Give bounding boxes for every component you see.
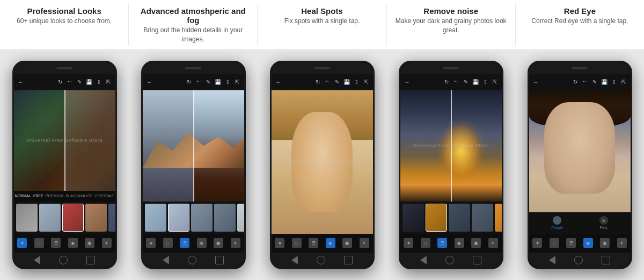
nav-back-3[interactable] bbox=[291, 256, 298, 264]
adjust-icon-5[interactable]: ☰ bbox=[566, 238, 576, 248]
filter-thumb-memory[interactable] bbox=[85, 204, 107, 232]
redeye-people[interactable]: ◉ People bbox=[551, 216, 563, 229]
redeye-pets[interactable]: ◈ Pets bbox=[599, 216, 608, 229]
nav-recent-1[interactable] bbox=[86, 256, 95, 264]
crop-icon-4[interactable]: □ bbox=[421, 238, 430, 248]
expand-icon-2[interactable]: ⇱ bbox=[233, 78, 241, 86]
eye-icon-1[interactable]: ◉ bbox=[68, 238, 78, 248]
more-icon-5[interactable]: ✦ bbox=[617, 238, 627, 248]
filter-thumb-4a[interactable] bbox=[402, 204, 424, 232]
share-icon-3[interactable]: ⇧ bbox=[353, 78, 360, 86]
edit-icon-2[interactable]: ✎ bbox=[204, 78, 212, 86]
more-icon-4[interactable]: ✦ bbox=[488, 238, 498, 248]
back-icon-1[interactable]: ← bbox=[17, 78, 25, 86]
undo-icon-4[interactable]: ↻ bbox=[443, 78, 450, 86]
heal-icon-3[interactable]: ◉ bbox=[326, 238, 335, 248]
adjust-icon-4[interactable]: ☰ bbox=[437, 238, 447, 248]
looks-icon-1[interactable]: ★ bbox=[17, 238, 27, 248]
share-icon-1[interactable]: ⇧ bbox=[95, 78, 103, 86]
redo-icon-5[interactable]: ↼ bbox=[581, 78, 589, 86]
filter-thumb-reducecolo[interactable] bbox=[214, 204, 236, 232]
filter-thumb-carmine[interactable] bbox=[62, 204, 84, 232]
eye-icon-4[interactable]: ◉ bbox=[455, 238, 464, 248]
filter-cat-bw[interactable]: BLACK&WHITE bbox=[65, 194, 92, 198]
share-icon-4[interactable]: ⇧ bbox=[481, 78, 489, 86]
looks-icon-5[interactable]: ★ bbox=[532, 238, 542, 248]
crop-icon-3[interactable]: □ bbox=[292, 238, 302, 248]
filter-cat-free[interactable]: FREE bbox=[33, 194, 43, 198]
back-icon-5[interactable]: ← bbox=[532, 78, 540, 86]
redeye-icon-5[interactable]: ◉ bbox=[583, 238, 593, 248]
expand-icon-4[interactable]: ⇱ bbox=[491, 78, 499, 86]
edit-icon-4[interactable]: ✎ bbox=[462, 78, 470, 86]
adjust-icon-1[interactable]: ☰ bbox=[51, 238, 61, 248]
share-icon-2[interactable]: ⇧ bbox=[224, 78, 231, 86]
nav-home-3[interactable] bbox=[317, 256, 325, 264]
adjust-icon-2[interactable]: ☰ bbox=[180, 238, 189, 248]
nav-home-5[interactable] bbox=[574, 256, 583, 264]
crop-icon-5[interactable]: □ bbox=[550, 238, 559, 248]
eye-icon-2[interactable]: ◉ bbox=[197, 238, 207, 248]
back-icon-4[interactable]: ← bbox=[404, 78, 411, 86]
layers-icon-2[interactable]: ▣ bbox=[214, 238, 223, 248]
filter-thumb-4e[interactable] bbox=[495, 204, 502, 232]
nav-home-1[interactable] bbox=[59, 256, 68, 264]
looks-icon-4[interactable]: ★ bbox=[404, 238, 413, 248]
filter-cat-portrait[interactable]: PORTRAIT bbox=[95, 194, 114, 198]
filter-thumb-4c[interactable] bbox=[449, 204, 470, 232]
adjust-icon-3[interactable]: ☰ bbox=[309, 238, 318, 248]
filter-thumb-defog[interactable] bbox=[237, 204, 244, 232]
layers-icon-3[interactable]: ▣ bbox=[342, 238, 352, 248]
back-icon-2[interactable]: ← bbox=[146, 78, 153, 86]
redo-icon-4[interactable]: ↼ bbox=[452, 78, 460, 86]
filter-thumb-bw[interactable] bbox=[16, 204, 38, 232]
filter-thumb-tvgrab[interactable] bbox=[108, 204, 115, 232]
expand-icon-5[interactable]: ⇱ bbox=[620, 78, 627, 86]
back-icon-3[interactable]: ← bbox=[275, 78, 282, 86]
undo-icon-3[interactable]: ↻ bbox=[314, 78, 321, 86]
undo-icon-5[interactable]: ↻ bbox=[572, 78, 579, 86]
looks-icon-2[interactable]: ★ bbox=[146, 238, 156, 248]
nav-back-4[interactable] bbox=[420, 256, 427, 264]
share-icon-5[interactable]: ⇧ bbox=[610, 78, 618, 86]
undo-icon-2[interactable]: ↻ bbox=[185, 78, 193, 86]
save-icon-3[interactable]: 💾 bbox=[343, 78, 350, 86]
more-icon-1[interactable]: ✦ bbox=[102, 238, 112, 248]
more-icon-2[interactable]: ✦ bbox=[231, 238, 240, 248]
save-icon-5[interactable]: 💾 bbox=[601, 78, 608, 86]
filter-cat-normal[interactable]: NORMAL bbox=[15, 194, 31, 198]
nav-recent-4[interactable] bbox=[473, 256, 481, 264]
nav-back-1[interactable] bbox=[34, 256, 40, 264]
redo-icon-3[interactable]: ↼ bbox=[324, 78, 331, 86]
redo-icon-2[interactable]: ↼ bbox=[195, 78, 202, 86]
expand-icon-3[interactable]: ⇱ bbox=[362, 78, 370, 86]
nav-recent-2[interactable] bbox=[215, 256, 224, 264]
redo-icon-1[interactable]: ↼ bbox=[66, 78, 74, 86]
undo-icon-1[interactable]: ↻ bbox=[56, 78, 64, 86]
nav-recent-5[interactable] bbox=[602, 256, 610, 264]
save-icon-1[interactable]: 💾 bbox=[85, 78, 93, 86]
crop-icon-2[interactable]: □ bbox=[163, 238, 173, 248]
filter-cat-premium[interactable]: PREMIUM bbox=[46, 194, 63, 198]
nav-home-4[interactable] bbox=[445, 256, 454, 264]
filter-thumb-reducelumi[interactable] bbox=[191, 204, 213, 232]
save-icon-4[interactable]: 💾 bbox=[472, 78, 479, 86]
filter-thumb-4b[interactable] bbox=[426, 204, 447, 232]
nav-back-5[interactable] bbox=[549, 256, 555, 264]
layers-icon-4[interactable]: ▣ bbox=[471, 238, 481, 248]
expand-icon-1[interactable]: ⇱ bbox=[105, 78, 112, 86]
nav-home-2[interactable] bbox=[188, 256, 196, 264]
filter-thumb-sharpen[interactable] bbox=[168, 204, 189, 232]
edit-icon-1[interactable]: ✎ bbox=[76, 78, 83, 86]
crop-icon-1[interactable]: □ bbox=[34, 238, 44, 248]
filter-thumb-4d[interactable] bbox=[472, 204, 493, 232]
looks-icon-3[interactable]: ★ bbox=[275, 238, 284, 248]
nav-back-2[interactable] bbox=[163, 256, 169, 264]
more-icon-3[interactable]: ✦ bbox=[360, 238, 369, 248]
edit-icon-5[interactable]: ✎ bbox=[591, 78, 598, 86]
filter-thumb-clarity[interactable] bbox=[145, 204, 166, 232]
layers-icon-5[interactable]: ▣ bbox=[600, 238, 610, 248]
edit-icon-3[interactable]: ✎ bbox=[333, 78, 341, 86]
nav-recent-3[interactable] bbox=[344, 256, 353, 264]
filter-thumb-silvered[interactable] bbox=[39, 204, 61, 232]
